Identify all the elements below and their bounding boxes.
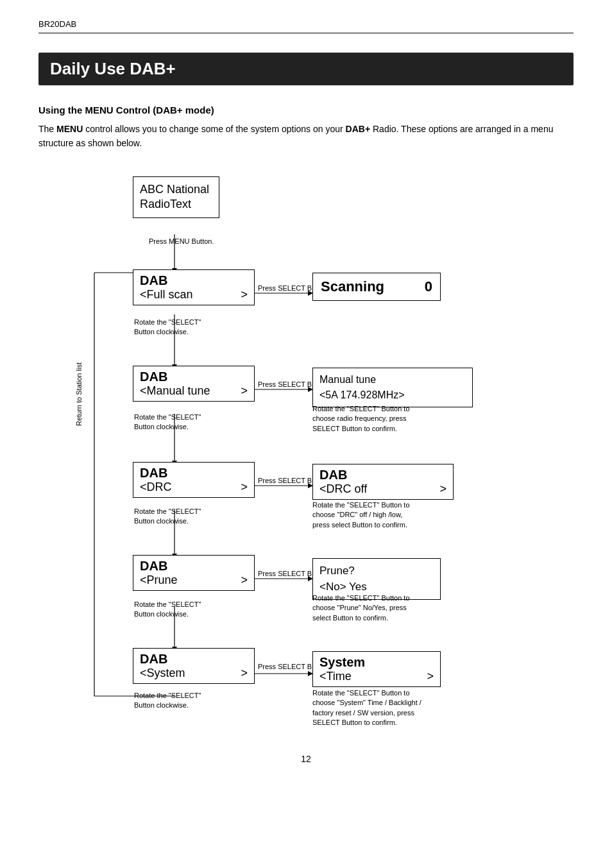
left-box-4-line1: DAB <box>140 652 248 667</box>
left-box-2-line2: <DRC > <box>140 481 248 494</box>
right-box-2: DAB <DRC off > <box>312 464 454 500</box>
model-label: BR20DAB <box>38 19 76 29</box>
right-caption-4: Rotate the "SELECT" Button tochoose "Sys… <box>312 688 479 728</box>
left-caption-3: Rotate the "SELECT"Button clockwise. <box>134 600 201 620</box>
left-caption-2: Rotate the "SELECT"Button clockwise. <box>134 507 201 527</box>
left-box-3-line2: <Prune > <box>140 574 248 587</box>
left-box-3-line1: DAB <box>140 559 248 574</box>
source-box-line2: RadioText <box>140 197 212 212</box>
left-box-0-line2: <Full scan > <box>140 288 248 302</box>
left-caption-4: Rotate the "SELECT"Button clockwise. <box>134 691 201 711</box>
left-box-2: DAB <DRC > <box>133 462 255 498</box>
section-subtitle: Using the MENU Control (DAB+ mode) <box>38 105 574 115</box>
page: BR20DAB Daily Use DAB+ Using the MENU Co… <box>0 0 612 868</box>
source-box-line1: ABC National <box>140 182 212 197</box>
left-box-4: DAB <System > <box>133 648 255 684</box>
header-bar: BR20DAB <box>38 19 574 33</box>
right-caption-2: Rotate the "SELECT" Button tochoose "DRC… <box>312 500 473 530</box>
right-box-4: System <Time > <box>312 651 441 687</box>
left-box-1: DAB <Manual tune > <box>133 366 255 402</box>
left-caption-0: Rotate the "SELECT"Button clockwise. <box>134 318 201 337</box>
left-box-4-line2: <System > <box>140 667 248 680</box>
intro-text: The MENU control allows you to change so… <box>38 122 574 151</box>
left-box-3: DAB <Prune > <box>133 555 255 591</box>
left-box-0: DAB <Full scan > <box>133 269 255 305</box>
right-box-0: Scanning 0 <box>312 273 441 301</box>
diagram-svg <box>56 170 556 728</box>
left-box-0-line1: DAB <box>140 273 248 288</box>
source-caption: Press MENU Button. <box>149 237 214 245</box>
left-box-1-line2: <Manual tune > <box>140 384 248 398</box>
section-title: Daily Use DAB+ <box>38 53 574 85</box>
right-box-1: Manual tune <5A 174.928MHz> <box>312 368 473 407</box>
menu-diagram: ABC National RadioText Press MENU Button… <box>56 170 556 728</box>
page-number: 12 <box>38 754 574 764</box>
right-caption-3: Rotate the "SELECT" Button tochoose "Pru… <box>312 593 473 623</box>
left-box-2-line1: DAB <box>140 466 248 481</box>
right-caption-1: Rotate the "SELECT" Button tochoose radi… <box>312 404 473 434</box>
left-box-1-line1: DAB <box>140 370 248 384</box>
side-label: Return to Station list <box>75 362 83 426</box>
left-caption-1: Rotate the "SELECT"Button clockwise. <box>134 413 201 432</box>
source-box: ABC National RadioText <box>133 176 219 218</box>
